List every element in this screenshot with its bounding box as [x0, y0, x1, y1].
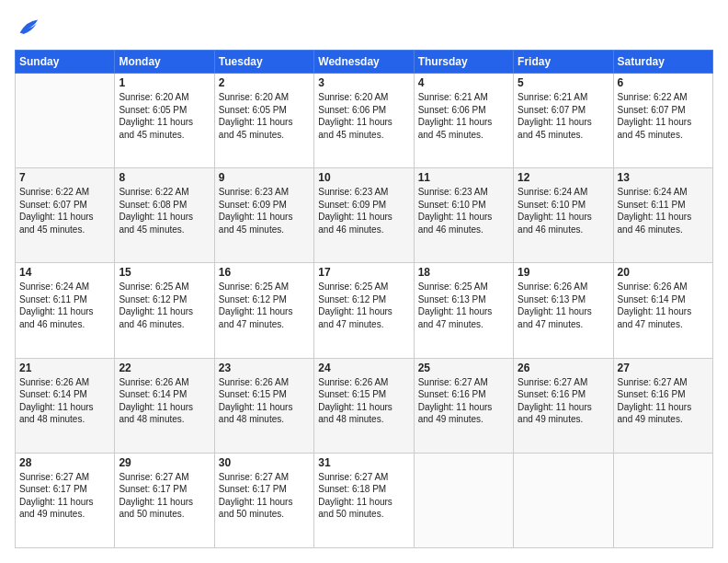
logo-bird-icon [15, 15, 40, 40]
header [15, 15, 713, 40]
weekday-header: Saturday [613, 51, 712, 74]
calendar-cell: 19Sunrise: 6:26 AM Sunset: 6:13 PM Dayli… [514, 263, 613, 358]
calendar-cell [16, 74, 115, 168]
day-number: 8 [119, 171, 210, 184]
calendar-cell [613, 453, 712, 547]
calendar-cell: 18Sunrise: 6:25 AM Sunset: 6:13 PM Dayli… [414, 263, 513, 358]
calendar-cell: 29Sunrise: 6:27 AM Sunset: 6:17 PM Dayli… [115, 453, 214, 547]
day-number: 21 [19, 362, 110, 374]
logo [15, 15, 44, 40]
day-info: Sunrise: 6:27 AM Sunset: 6:16 PM Dayligh… [518, 376, 609, 426]
calendar-cell: 3Sunrise: 6:20 AM Sunset: 6:06 PM Daylig… [314, 74, 414, 168]
day-info: Sunrise: 6:25 AM Sunset: 6:12 PM Dayligh… [318, 281, 409, 330]
calendar-cell [414, 453, 513, 547]
day-number: 31 [318, 456, 409, 469]
calendar-cell: 31Sunrise: 6:27 AM Sunset: 6:18 PM Dayli… [314, 453, 414, 547]
day-info: Sunrise: 6:20 AM Sunset: 6:05 PM Dayligh… [119, 91, 210, 141]
calendar-cell: 1Sunrise: 6:20 AM Sunset: 6:05 PM Daylig… [115, 74, 214, 168]
day-info: Sunrise: 6:27 AM Sunset: 6:17 PM Dayligh… [19, 471, 110, 521]
day-info: Sunrise: 6:25 AM Sunset: 6:12 PM Dayligh… [119, 281, 210, 330]
weekday-header: Monday [115, 51, 214, 74]
calendar-cell: 20Sunrise: 6:26 AM Sunset: 6:14 PM Dayli… [613, 263, 712, 358]
day-number: 20 [618, 266, 709, 279]
day-number: 27 [618, 362, 709, 374]
calendar-cell: 5Sunrise: 6:21 AM Sunset: 6:07 PM Daylig… [514, 74, 613, 168]
day-number: 11 [418, 171, 509, 184]
day-info: Sunrise: 6:24 AM Sunset: 6:10 PM Dayligh… [518, 186, 609, 236]
calendar-cell: 27Sunrise: 6:27 AM Sunset: 6:16 PM Dayli… [613, 358, 712, 453]
day-info: Sunrise: 6:27 AM Sunset: 6:16 PM Dayligh… [618, 376, 709, 426]
calendar-cell: 24Sunrise: 6:26 AM Sunset: 6:15 PM Dayli… [314, 358, 414, 453]
calendar-cell: 8Sunrise: 6:22 AM Sunset: 6:08 PM Daylig… [115, 168, 214, 263]
day-info: Sunrise: 6:20 AM Sunset: 6:05 PM Dayligh… [219, 91, 310, 141]
calendar-week-row: 21Sunrise: 6:26 AM Sunset: 6:14 PM Dayli… [16, 358, 713, 453]
day-info: Sunrise: 6:23 AM Sunset: 6:09 PM Dayligh… [318, 186, 409, 236]
day-number: 22 [119, 362, 210, 374]
day-info: Sunrise: 6:24 AM Sunset: 6:11 PM Dayligh… [618, 186, 709, 236]
day-info: Sunrise: 6:22 AM Sunset: 6:08 PM Dayligh… [119, 186, 210, 236]
calendar-cell: 4Sunrise: 6:21 AM Sunset: 6:06 PM Daylig… [414, 74, 513, 168]
calendar-cell: 25Sunrise: 6:27 AM Sunset: 6:16 PM Dayli… [414, 358, 513, 453]
day-number: 3 [318, 76, 409, 89]
day-info: Sunrise: 6:26 AM Sunset: 6:14 PM Dayligh… [119, 376, 210, 426]
day-number: 30 [219, 456, 310, 469]
calendar-cell: 22Sunrise: 6:26 AM Sunset: 6:14 PM Dayli… [115, 358, 214, 453]
weekday-header: Thursday [414, 51, 513, 74]
day-info: Sunrise: 6:23 AM Sunset: 6:09 PM Dayligh… [219, 186, 310, 236]
day-number: 6 [618, 76, 709, 89]
day-info: Sunrise: 6:25 AM Sunset: 6:12 PM Dayligh… [219, 281, 310, 330]
day-info: Sunrise: 6:24 AM Sunset: 6:11 PM Dayligh… [19, 281, 110, 330]
page: SundayMondayTuesdayWednesdayThursdayFrid… [0, 0, 728, 563]
day-number: 19 [518, 266, 609, 279]
day-info: Sunrise: 6:27 AM Sunset: 6:17 PM Dayligh… [219, 471, 310, 521]
day-number: 18 [418, 266, 509, 279]
calendar-cell: 12Sunrise: 6:24 AM Sunset: 6:10 PM Dayli… [514, 168, 613, 263]
calendar-week-row: 7Sunrise: 6:22 AM Sunset: 6:07 PM Daylig… [16, 168, 713, 263]
day-info: Sunrise: 6:22 AM Sunset: 6:07 PM Dayligh… [618, 91, 709, 141]
calendar-cell: 9Sunrise: 6:23 AM Sunset: 6:09 PM Daylig… [214, 168, 313, 263]
calendar-table: SundayMondayTuesdayWednesdayThursdayFrid… [15, 50, 713, 548]
day-number: 15 [119, 266, 210, 279]
calendar-cell: 16Sunrise: 6:25 AM Sunset: 6:12 PM Dayli… [214, 263, 313, 358]
day-info: Sunrise: 6:26 AM Sunset: 6:14 PM Dayligh… [618, 281, 709, 330]
calendar-cell: 10Sunrise: 6:23 AM Sunset: 6:09 PM Dayli… [314, 168, 414, 263]
day-info: Sunrise: 6:27 AM Sunset: 6:17 PM Dayligh… [119, 471, 210, 521]
weekday-header: Tuesday [214, 51, 313, 74]
calendar-cell [514, 453, 613, 547]
day-number: 5 [518, 76, 609, 89]
day-info: Sunrise: 6:26 AM Sunset: 6:15 PM Dayligh… [318, 376, 409, 426]
day-number: 1 [119, 76, 210, 89]
day-info: Sunrise: 6:26 AM Sunset: 6:13 PM Dayligh… [518, 281, 609, 330]
calendar-cell: 21Sunrise: 6:26 AM Sunset: 6:14 PM Dayli… [16, 358, 115, 453]
day-number: 24 [318, 362, 409, 374]
calendar-cell: 13Sunrise: 6:24 AM Sunset: 6:11 PM Dayli… [613, 168, 712, 263]
day-info: Sunrise: 6:22 AM Sunset: 6:07 PM Dayligh… [19, 186, 110, 236]
calendar-cell: 30Sunrise: 6:27 AM Sunset: 6:17 PM Dayli… [214, 453, 313, 547]
calendar-header-row: SundayMondayTuesdayWednesdayThursdayFrid… [16, 51, 713, 74]
day-number: 4 [418, 76, 509, 89]
day-number: 7 [19, 171, 110, 184]
day-number: 10 [318, 171, 409, 184]
day-info: Sunrise: 6:27 AM Sunset: 6:18 PM Dayligh… [318, 471, 409, 521]
calendar-cell: 6Sunrise: 6:22 AM Sunset: 6:07 PM Daylig… [613, 74, 712, 168]
calendar-week-row: 1Sunrise: 6:20 AM Sunset: 6:05 PM Daylig… [16, 74, 713, 168]
weekday-header: Friday [514, 51, 613, 74]
day-info: Sunrise: 6:21 AM Sunset: 6:06 PM Dayligh… [418, 91, 509, 141]
day-info: Sunrise: 6:27 AM Sunset: 6:16 PM Dayligh… [418, 376, 509, 426]
day-info: Sunrise: 6:26 AM Sunset: 6:15 PM Dayligh… [219, 376, 310, 426]
calendar-cell: 15Sunrise: 6:25 AM Sunset: 6:12 PM Dayli… [115, 263, 214, 358]
calendar-week-row: 28Sunrise: 6:27 AM Sunset: 6:17 PM Dayli… [16, 453, 713, 547]
day-number: 2 [219, 76, 310, 89]
day-number: 12 [518, 171, 609, 184]
weekday-header: Wednesday [314, 51, 414, 74]
day-number: 17 [318, 266, 409, 279]
calendar-week-row: 14Sunrise: 6:24 AM Sunset: 6:11 PM Dayli… [16, 263, 713, 358]
day-info: Sunrise: 6:20 AM Sunset: 6:06 PM Dayligh… [318, 91, 409, 141]
calendar-cell: 14Sunrise: 6:24 AM Sunset: 6:11 PM Dayli… [16, 263, 115, 358]
calendar-cell: 2Sunrise: 6:20 AM Sunset: 6:05 PM Daylig… [214, 74, 313, 168]
day-number: 9 [219, 171, 310, 184]
calendar-cell: 23Sunrise: 6:26 AM Sunset: 6:15 PM Dayli… [214, 358, 313, 453]
calendar-cell: 7Sunrise: 6:22 AM Sunset: 6:07 PM Daylig… [16, 168, 115, 263]
calendar-cell: 17Sunrise: 6:25 AM Sunset: 6:12 PM Dayli… [314, 263, 414, 358]
day-number: 13 [618, 171, 709, 184]
